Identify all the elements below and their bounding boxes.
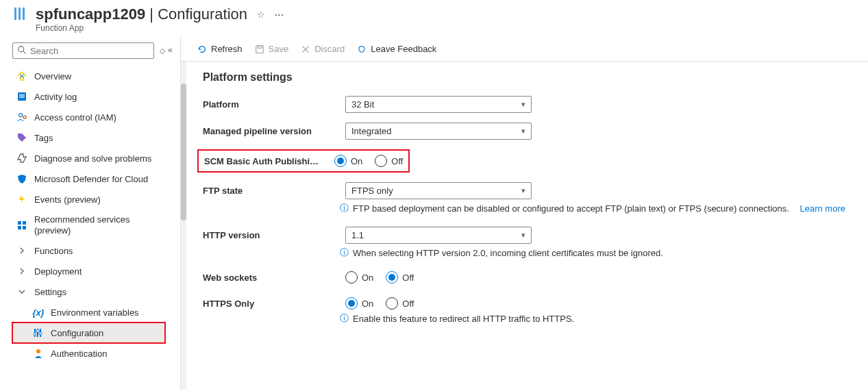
sidebar-group-label: Settings [34,287,66,297]
sidebar-item-defender[interactable]: Microsoft Defender for Cloud [12,168,165,189]
svg-rect-7 [19,97,25,98]
svg-rect-6 [19,94,25,96]
sidebar-group-label: Deployment [34,266,82,277]
sidebar-label: Overview [34,71,71,81]
function-app-icon [12,5,29,24]
https-only-help-text: ⓘEnable this feature to redirect all HTT… [340,312,854,325]
scm-auth-radio-group: On Off [334,155,403,167]
sidebar-item-recommended[interactable]: Recommended services (preview) [12,210,165,240]
svg-point-8 [19,114,23,117]
svg-rect-11 [23,221,26,225]
websockets-off-radio[interactable]: Off [386,271,414,283]
scm-auth-label: SCM Basic Auth Publishi… [204,156,334,166]
sidebar-group-label: Functions [34,246,73,256]
svg-rect-1 [18,8,21,20]
platform-select[interactable]: 32 Bit▾ [345,96,532,113]
chevron-right-icon [16,266,27,277]
svg-rect-0 [14,8,16,20]
ftp-state-label: FTP state [203,186,340,196]
svg-rect-2 [23,8,25,20]
sidebar-item-diagnose[interactable]: Diagnose and solve problems [12,148,165,168]
sidebar-item-env-vars[interactable]: {x}Environment variables [12,302,165,323]
more-menu-icon[interactable]: ··· [275,10,284,20]
pipeline-select[interactable]: Integrated▾ [345,123,532,140]
sidebar-item-overview[interactable]: Overview [12,66,165,86]
sidebar-label: Environment variables [51,307,139,318]
sidebar-group-deployment[interactable]: Deployment [12,261,165,281]
platform-label: Platform [203,99,340,110]
ftp-help-text: ⓘFTP based deployment can be disabled or… [340,202,854,214]
sidebar-item-tags[interactable]: Tags [12,127,165,148]
sidebar-item-activity-log[interactable]: Activity log [12,86,165,107]
svg-point-20 [36,349,40,353]
info-icon: ⓘ [340,202,349,214]
pipeline-label: Managed pipeline version [203,126,340,136]
http-version-select[interactable]: 1.1▾ [345,227,532,244]
svg-line-4 [23,51,25,53]
sidebar-group-settings[interactable]: Settings [12,281,165,302]
sidebar-nav: Overview Activity log Access control (IA… [12,66,165,364]
scrollbar-thumb[interactable] [181,84,186,220]
svg-point-9 [23,116,26,118]
sidebar-item-events[interactable]: Events (preview) [12,189,165,210]
resource-type-label: Function App [36,23,284,33]
http-help-text: ⓘWhen selecting HTTP version 2.0, incomi… [340,247,854,259]
authentication-icon [33,348,44,359]
svg-rect-10 [18,221,21,225]
sidebar-search-input[interactable] [30,46,149,56]
sidebar-label: Activity log [34,92,77,102]
sidebar-collapse-track: « [168,36,180,390]
svg-rect-13 [23,226,26,229]
sidebar-group-functions[interactable]: Functions [12,240,165,261]
chevron-down-icon: ▾ [521,100,525,109]
save-button[interactable]: Save [255,44,289,54]
https-only-on-radio[interactable]: On [345,297,373,310]
sidebar-label: Authentication [51,349,107,359]
chevron-down-icon: ▾ [521,231,525,240]
sidebar-item-access-control[interactable]: Access control (IAM) [12,107,165,127]
toolbar: Refresh Save Discard Leave Feedback [181,36,868,62]
overview-icon [16,71,27,81]
page-header: spfuncapp1209 | Configuration ☆ ··· Func… [0,0,868,36]
expand-collapse-icon[interactable]: ◇ [160,47,165,55]
svg-point-18 [36,329,39,332]
sidebar-item-authentication[interactable]: Authentication [12,343,165,364]
search-icon [17,45,26,56]
sidebar-label: Tags [34,133,53,143]
ftp-state-select[interactable]: FTPS only▾ [345,182,532,199]
shield-icon [16,173,27,184]
sidebar-search[interactable] [12,42,154,59]
websockets-label: Web sockets [203,273,340,283]
info-icon: ⓘ [340,247,349,259]
activity-log-icon [16,91,27,102]
info-icon: ⓘ [340,312,349,325]
scrollbar[interactable] [181,62,186,390]
diagnose-icon [16,153,27,164]
sidebar-label: Recommended services (preview) [34,214,162,236]
chevron-down-icon: ▾ [521,186,525,195]
websockets-on-radio[interactable]: On [345,271,373,283]
favorite-toggle-icon[interactable]: ☆ [257,10,265,20]
sidebar-label: Events (preview) [34,194,101,205]
svg-point-17 [34,333,36,336]
scm-auth-on-radio[interactable]: On [334,155,362,167]
chevron-down-icon: ▾ [521,127,525,136]
https-only-label: HTTPS Only [203,299,340,309]
scm-auth-off-radio[interactable]: Off [375,155,403,167]
sidebar-item-configuration[interactable]: Configuration [12,323,165,343]
refresh-button[interactable]: Refresh [197,44,243,54]
websockets-radio-group: On Off [345,271,414,283]
discard-button[interactable]: Discard [301,44,345,54]
events-icon [16,194,27,205]
feedback-button[interactable]: Leave Feedback [357,44,436,54]
https-only-off-radio[interactable]: Off [386,297,414,310]
ftp-learn-more-link[interactable]: Learn more [799,203,845,214]
collapse-sidebar-icon[interactable]: « [168,45,173,55]
sidebar-label: Access control (IAM) [34,112,116,123]
configuration-icon [33,327,44,338]
svg-rect-21 [256,45,263,53]
sidebar-label: Microsoft Defender for Cloud [34,174,148,184]
svg-rect-22 [258,45,261,48]
access-control-icon [16,112,27,123]
page-title: spfuncapp1209 | Configuration [36,5,247,23]
